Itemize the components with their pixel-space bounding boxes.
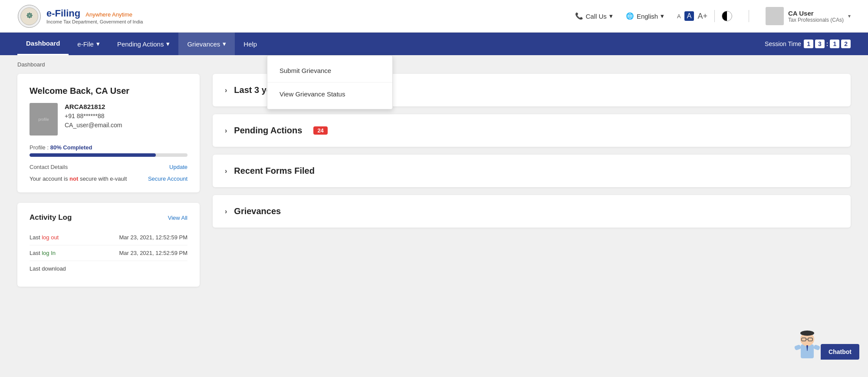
secure-account-link[interactable]: Secure Account xyxy=(148,175,187,182)
language-chevron-icon: ▾ xyxy=(661,12,664,20)
font-large-button[interactable]: A+ xyxy=(697,12,707,21)
activity-time-login: Mar 23, 2021, 12:52:59 PM xyxy=(119,250,187,256)
accordion-header-pending[interactable]: › Pending Actions 24 xyxy=(213,114,851,147)
accordion-recent-forms: › Recent Forms Filed xyxy=(213,155,851,187)
profile-phone: +91 88******88 xyxy=(65,112,122,119)
activity-item: Last log out Mar 23, 2021, 12:52:59 PM xyxy=(30,230,187,245)
accordion-header-recent[interactable]: › Recent Forms Filed xyxy=(213,155,851,187)
breadcrumb: Dashboard xyxy=(0,55,868,74)
emblem-icon: ☸ xyxy=(17,4,41,28)
profile-details: ARCA821812 +91 88******88 CA_user@email.… xyxy=(65,103,122,129)
header-divider xyxy=(749,10,749,22)
contact-row: Contact Details Update xyxy=(30,164,187,170)
accordion-header-grievances[interactable]: › Grievances xyxy=(213,195,851,228)
activity-header: Activity Log View All xyxy=(30,213,187,222)
user-info: CA User Tax Professionals (CAs) xyxy=(788,10,844,23)
activity-title: Activity Log xyxy=(30,213,72,222)
divider xyxy=(714,10,715,22)
header: ☸ e-Filing Anywhere Anytime Income Tax D… xyxy=(0,0,868,33)
accordion-grievances: › Grievances xyxy=(213,195,851,228)
pending-badge: 24 xyxy=(313,126,327,135)
nav-item-pending-actions[interactable]: Pending Actions ▾ xyxy=(108,33,179,55)
session-digit-4: 2 xyxy=(841,40,851,48)
session-digit-3: 1 xyxy=(830,40,839,48)
profile-label: Profile : 80% Completed xyxy=(30,144,187,151)
accordion-title-grievances: Grievances xyxy=(234,206,281,216)
header-right: 📞 Call Us ▾ 🌐 English ▾ A A A+ CA User T… xyxy=(575,7,851,25)
user-chevron-icon: ▾ xyxy=(848,13,851,19)
dropdown-item-submit-grievance[interactable]: Submit Grievance xyxy=(267,59,392,83)
view-all-link[interactable]: View All xyxy=(168,215,187,221)
profile-completion: Profile : 80% Completed xyxy=(30,144,187,157)
font-small-button[interactable]: A xyxy=(677,13,681,20)
logo-area: ☸ e-Filing Anywhere Anytime Income Tax D… xyxy=(17,4,143,28)
efile-chevron-icon: ▾ xyxy=(96,40,100,48)
logo-dept: Income Tax Department, Government of Ind… xyxy=(46,19,143,24)
nav-items: Dashboard e-File ▾ Pending Actions ▾ Gri… xyxy=(17,33,266,55)
activity-action-download: Last download xyxy=(30,265,66,272)
font-medium-button[interactable]: A xyxy=(684,11,694,21)
accordion-title-pending: Pending Actions xyxy=(234,126,302,136)
profile-id: ARCA821812 xyxy=(65,103,122,110)
security-text: Your account is not secure with e-vault xyxy=(30,175,127,182)
activity-item: Last log In Mar 23, 2021, 12:52:59 PM xyxy=(30,245,187,261)
activity-action-logout: Last log out xyxy=(30,234,59,241)
nav-bar: Dashboard e-File ▾ Pending Actions ▾ Gri… xyxy=(0,33,868,55)
user-role: Tax Professionals (CAs) xyxy=(788,17,844,23)
nav-item-efile[interactable]: e-File ▾ xyxy=(69,33,108,55)
pending-chevron-icon: ▾ xyxy=(166,40,170,48)
profile-email: CA_user@email.com xyxy=(65,122,122,129)
main-content: Welcome Back, CA User profile ARCA821812… xyxy=(0,74,868,304)
contrast-button[interactable] xyxy=(722,11,732,21)
nav-item-dashboard[interactable]: Dashboard xyxy=(17,33,69,55)
update-link[interactable]: Update xyxy=(169,164,187,170)
activity-card: Activity Log View All Last log out Mar 2… xyxy=(17,203,200,287)
dropdown-item-view-grievance-status[interactable]: View Grievance Status xyxy=(267,83,392,106)
progress-bar xyxy=(30,153,187,157)
security-row: Your account is not secure with e-vault … xyxy=(30,175,187,182)
logo-text: e-Filing Anywhere Anytime Income Tax Dep… xyxy=(46,8,143,24)
grievances-dropdown: Submit Grievance View Grievance Status xyxy=(267,55,393,109)
profile-pic: profile xyxy=(30,103,58,136)
accordion-title-recent: Recent Forms Filed xyxy=(234,166,315,176)
font-controls: A A A+ xyxy=(677,10,732,22)
accordion-chevron-icon: › xyxy=(225,208,227,215)
grievances-chevron-icon: ▾ xyxy=(223,40,226,48)
accordion-chevron-icon: › xyxy=(225,167,227,175)
contact-label: Contact Details xyxy=(30,164,68,170)
progress-bar-fill xyxy=(30,153,156,157)
accordion-pending-actions: › Pending Actions 24 xyxy=(213,114,851,147)
call-us-chevron-icon: ▾ xyxy=(609,12,613,20)
session-colon: : xyxy=(826,40,829,47)
profile-row: profile ARCA821812 +91 88******88 CA_use… xyxy=(30,103,187,136)
welcome-title: Welcome Back, CA User xyxy=(30,86,187,96)
globe-icon: 🌐 xyxy=(626,12,634,20)
session-digit-1: 1 xyxy=(804,40,813,48)
user-profile[interactable]: CA User Tax Professionals (CAs) ▾ xyxy=(766,7,851,25)
welcome-card: Welcome Back, CA User profile ARCA821812… xyxy=(17,74,200,192)
session-time: Session Time 1 3 : 1 2 xyxy=(765,40,851,48)
accordion-chevron-icon: › xyxy=(225,86,227,94)
language-selector[interactable]: 🌐 English ▾ xyxy=(626,12,664,20)
nav-item-grievances[interactable]: Grievances ▾ xyxy=(178,33,235,55)
user-name: CA User xyxy=(788,10,844,17)
avatar xyxy=(766,7,784,25)
logo-brand: e-Filing Anywhere Anytime xyxy=(46,8,143,19)
svg-text:☸: ☸ xyxy=(26,11,33,20)
call-us-button[interactable]: 📞 Call Us ▾ xyxy=(575,12,613,20)
phone-icon: 📞 xyxy=(575,12,583,20)
activity-time-logout: Mar 23, 2021, 12:52:59 PM xyxy=(119,234,187,241)
session-digits: 1 3 : 1 2 xyxy=(804,40,851,48)
activity-item: Last download xyxy=(30,261,187,276)
session-digit-2: 3 xyxy=(815,40,825,48)
nav-item-help[interactable]: Help xyxy=(235,33,266,55)
accordion-chevron-icon: › xyxy=(225,127,227,135)
activity-action-login: Last log In xyxy=(30,250,56,256)
left-panel: Welcome Back, CA User profile ARCA821812… xyxy=(17,74,200,287)
